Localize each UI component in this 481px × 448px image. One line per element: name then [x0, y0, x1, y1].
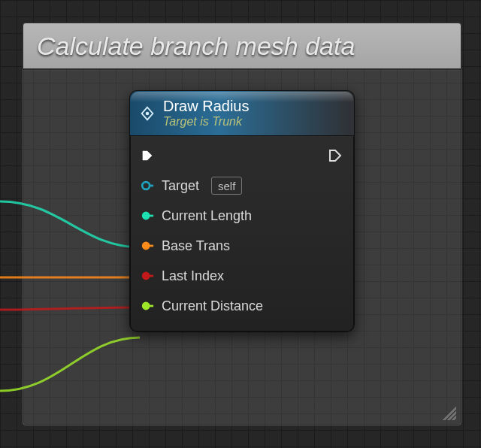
current-length-pin-icon[interactable]	[141, 209, 154, 222]
exec-in-pin-icon[interactable]	[141, 149, 154, 162]
svg-point-4	[142, 272, 150, 280]
last-index-label: Last Index	[162, 268, 224, 284]
comment-title[interactable]: Calculate branch mesh data	[23, 23, 461, 69]
node-title-block: Draw Radius Target is Trunk	[163, 98, 249, 129]
svg-point-0	[146, 111, 150, 115]
target-default-input[interactable]: self	[211, 177, 242, 195]
svg-point-2	[142, 212, 150, 220]
function-icon	[139, 105, 156, 122]
node-header[interactable]: Draw Radius Target is Trunk	[130, 91, 354, 136]
current-distance-pin-icon[interactable]	[141, 299, 154, 313]
node-subtitle: Target is Trunk	[163, 115, 249, 129]
pin-row-target: Target self	[141, 171, 343, 201]
pin-row-base-trans: Base Trans	[141, 231, 343, 261]
target-label: Target	[162, 178, 199, 194]
exec-out-pin-icon[interactable]	[327, 147, 343, 164]
node-title: Draw Radius	[163, 98, 249, 115]
pin-row-exec	[141, 141, 343, 171]
comment-title-text: Calculate branch mesh data	[37, 32, 355, 61]
current-distance-label: Current Distance	[162, 298, 263, 314]
current-length-label: Current Length	[162, 208, 252, 224]
target-pin-icon[interactable]	[141, 179, 154, 192]
svg-point-1	[142, 182, 150, 189]
pin-row-current-distance: Current Distance	[141, 291, 343, 321]
node-body: Target self Current Length	[130, 136, 354, 331]
function-node[interactable]: Draw Radius Target is Trunk	[129, 90, 355, 332]
svg-point-3	[142, 242, 150, 250]
last-index-pin-icon[interactable]	[141, 269, 154, 283]
resize-handle-icon[interactable]	[441, 405, 456, 420]
pin-row-current-length: Current Length	[141, 201, 343, 231]
base-trans-label: Base Trans	[162, 238, 230, 254]
pin-row-last-index: Last Index	[141, 261, 343, 291]
svg-point-5	[142, 302, 150, 310]
base-trans-pin-icon[interactable]	[141, 239, 154, 253]
